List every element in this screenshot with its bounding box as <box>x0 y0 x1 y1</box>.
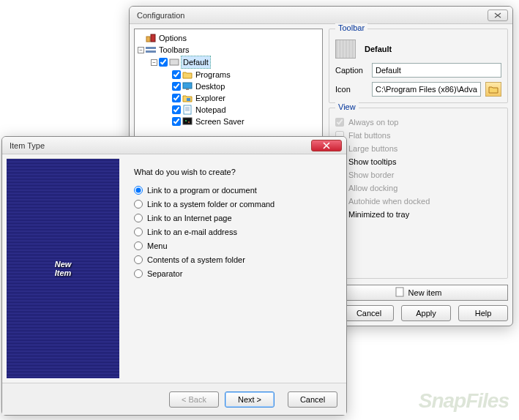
view-option: Allow docking <box>335 181 501 195</box>
item-type-option[interactable]: Link to a system folder or command <box>134 198 336 210</box>
expander-icon[interactable]: − <box>138 47 144 53</box>
item-type-radio[interactable] <box>134 200 143 209</box>
item-type-radio[interactable] <box>134 255 143 264</box>
tree-toolbars[interactable]: Toolbars <box>157 44 191 56</box>
item-type-label: Link to a program or document <box>147 186 257 195</box>
next-button[interactable]: Next > <box>225 391 275 408</box>
item-type-label: Separator <box>147 269 182 278</box>
view-option-label: Show border <box>348 170 394 179</box>
svg-rect-4 <box>170 59 179 65</box>
wizard-question: What do you wish to create? <box>134 168 336 176</box>
item-type-radio[interactable] <box>134 214 143 222</box>
tree-item[interactable]: Notepad <box>194 104 228 116</box>
new-item-button[interactable]: New item <box>329 285 508 301</box>
tree-item[interactable]: Screen Saver <box>194 116 246 127</box>
wizard-side-panel: New Item <box>7 159 119 378</box>
view-option-label: Flat buttons <box>348 131 390 140</box>
item-type-option[interactable]: Link to an e-mail address <box>134 225 336 238</box>
desktop-icon <box>182 81 193 91</box>
tree-item[interactable]: Programs <box>194 69 232 80</box>
svg-rect-0 <box>146 37 150 42</box>
item-type-label: Link to an Internet page <box>147 214 232 222</box>
toolbar-name: Default <box>365 45 392 53</box>
side-text-2: Item <box>55 269 72 277</box>
svg-rect-8 <box>184 105 191 114</box>
view-legend: View <box>335 102 359 111</box>
svg-rect-5 <box>183 83 192 89</box>
folder-icon <box>182 70 193 80</box>
toolbar-preview-icon <box>335 40 356 59</box>
tree-checkbox[interactable] <box>172 105 181 114</box>
svg-point-13 <box>185 120 187 121</box>
tree-checkbox[interactable] <box>172 82 181 91</box>
view-group: View Always on topFlat buttonsLarge butt… <box>329 108 508 279</box>
explorer-icon <box>182 93 193 103</box>
item-type-radio[interactable] <box>134 186 143 195</box>
cancel-button[interactable]: Cancel <box>344 305 394 321</box>
screensaver-icon <box>182 116 193 127</box>
tree-checkbox[interactable] <box>172 117 181 126</box>
svg-rect-7 <box>187 98 190 101</box>
view-option-label: Show tooltips <box>348 157 396 166</box>
apply-button[interactable]: Apply <box>401 305 451 321</box>
wizard-titlebar[interactable]: Item Type <box>2 137 346 154</box>
tree-checkbox[interactable] <box>172 94 181 102</box>
toolbar-legend: Toolbar <box>335 23 367 32</box>
item-type-option[interactable]: Link to an Internet page <box>134 211 336 224</box>
tree-item[interactable]: Desktop <box>194 80 226 92</box>
svg-point-14 <box>188 121 190 123</box>
config-title: Configuration <box>137 11 184 20</box>
config-titlebar[interactable]: Configuration <box>130 7 512 24</box>
item-type-label: Contents of a system folder <box>147 255 245 264</box>
toolbar-icon <box>169 57 179 67</box>
close-button[interactable] <box>488 10 508 21</box>
caption-input[interactable] <box>372 63 501 78</box>
watermark: SnapFiles <box>419 389 509 413</box>
item-type-radio[interactable] <box>134 241 143 250</box>
item-type-option[interactable]: Separator <box>134 267 336 280</box>
tree-default[interactable]: Default <box>181 56 211 69</box>
svg-rect-15 <box>396 288 403 296</box>
view-option-label: Minimized to tray <box>348 210 409 219</box>
item-type-label: Link to an e-mail address <box>147 228 237 236</box>
item-type-radio[interactable] <box>134 228 143 236</box>
view-option-label: Large buttons <box>348 144 397 153</box>
tree-item[interactable]: Explorer <box>194 92 227 104</box>
view-option[interactable]: Minimized to tray <box>335 208 501 221</box>
item-type-option[interactable]: Link to a program or document <box>134 184 336 196</box>
view-option: Large buttons <box>335 142 501 155</box>
expander-icon[interactable]: − <box>151 59 157 66</box>
item-type-label: Menu <box>147 241 168 250</box>
close-button[interactable] <box>311 140 342 151</box>
item-type-label: Link to a system folder or command <box>147 200 275 209</box>
browse-button[interactable] <box>485 82 501 97</box>
tree-checkbox[interactable] <box>172 70 181 79</box>
item-type-option[interactable]: Contents of a system folder <box>134 253 336 266</box>
new-item-label: New item <box>408 288 442 297</box>
item-type-option[interactable]: Menu <box>134 239 336 252</box>
back-button[interactable]: < Back <box>169 391 219 408</box>
svg-rect-2 <box>146 47 156 49</box>
view-option: Autohide when docked <box>335 195 501 208</box>
wizard-title: Item Type <box>10 141 45 150</box>
cancel-button[interactable]: Cancel <box>288 391 337 408</box>
item-type-wizard: Item Type New Item What do you wish to c… <box>1 136 347 416</box>
view-option-label: Allow docking <box>348 184 397 192</box>
view-option: Flat buttons <box>335 129 501 142</box>
svg-rect-1 <box>151 34 155 42</box>
view-option[interactable]: Show tooltips <box>335 155 501 168</box>
svg-rect-12 <box>183 118 192 124</box>
item-type-radio[interactable] <box>134 269 143 278</box>
toolbars-icon <box>146 45 156 55</box>
view-option: Show border <box>335 168 501 181</box>
tree-options[interactable]: Options <box>157 32 188 44</box>
side-text-1: New <box>55 260 72 269</box>
view-checkbox <box>335 118 344 127</box>
options-icon <box>146 33 156 43</box>
toolbar-group: Toolbar Default Caption Icon <box>329 29 508 103</box>
help-button[interactable]: Help <box>458 305 508 321</box>
tree-checkbox[interactable] <box>159 58 168 67</box>
icon-path-input[interactable] <box>372 82 481 97</box>
document-icon <box>395 287 404 299</box>
caption-label: Caption <box>335 66 367 75</box>
